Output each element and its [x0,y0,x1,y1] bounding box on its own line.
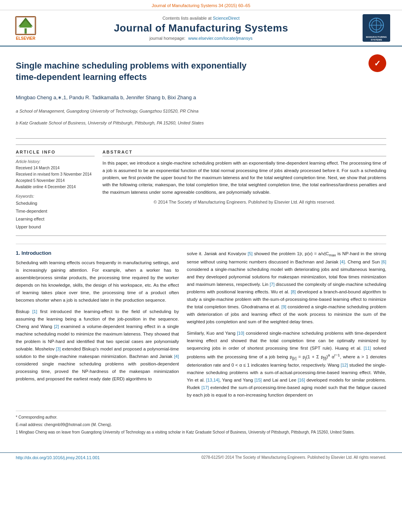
intro-para1: Scheduling with learning effects occurs … [16,259,179,304]
bottom-bar: http://dx.doi.org/10.1016/j.jmsy.2014.11… [0,452,402,462]
journal-badge-icon: MANUFACTURING SYSTEMS [363,14,390,42]
main-content: 1. Introduction Scheduling with learning… [16,244,386,402]
doi-link[interactable]: http://dx.doi.org/10.1016/j.jmsy.2014.11… [16,455,100,460]
journal-header: ELSEVIER Contents lists available at Sci… [0,10,402,46]
journal-ref: Journal of Manufacturing Systems 34 (201… [152,3,250,8]
left-column: 1. Introduction Scheduling with learning… [16,250,179,402]
footnote-1: 1 Mingbao Cheng was on leave from Guangd… [16,429,386,435]
homepage-line: journal homepage: www.elsevier.com/locat… [43,36,359,41]
footnote-email: E-mail address: chengmb99@hotmail.com (M… [16,422,386,428]
intro-para3: solve it. Janiak and Kovalyov [5] showed… [187,250,386,326]
journal-badge-area: MANUFACTURING SYSTEMS [359,14,394,42]
abstract-section: ABSTRACT In this paper, we introduce a s… [102,150,386,231]
article-title: Single machine scheduling problems with … [16,54,255,132]
elsevier-wordmark: ELSEVIER [16,36,35,41]
footnote-corresponding: * Corresponding author. [16,414,386,420]
title-section: Single machine scheduling problems with … [16,54,386,139]
crossmark-badge: ✓ [368,54,386,72]
abstract-title: ABSTRACT [102,150,386,156]
info-abstract-grid: ARTICLE INFO Article history: Received 1… [16,145,386,231]
intro-para2: Biskup [1] first introduced the learning… [16,308,179,383]
homepage-link[interactable]: www.elsevier.com/locate/jmansys [188,36,252,41]
elsevier-tree-icon [14,16,37,35]
abstract-copyright: © 2014 The Society of Manufacturing Engi… [102,200,386,204]
keywords-label: Keywords: [16,194,95,198]
received-revised-date: Received in revised form 3 November 2014 [16,171,95,178]
article-info: ARTICLE INFO Article history: Received 1… [16,150,95,231]
top-bar: Journal of Manufacturing Systems 34 (201… [0,0,402,10]
right-column: solve it. Janiak and Kovalyov [5] showed… [187,250,386,402]
affiliation-a: a School of Management, Guangdong Univer… [16,109,255,113]
keyword-scheduling: Scheduling [16,200,95,208]
article-info-heading: ARTICLE INFO [16,150,95,156]
accepted-date: Accepted 5 November 2014 [16,178,95,184]
svg-rect-0 [24,28,26,33]
contents-line: Contents lists available at ScienceDirec… [43,16,359,20]
intro-para4: Similarly, Kuo and Yang [10] considered … [187,330,386,399]
footnote-section: * Corresponding author. E-mail address: … [16,411,386,435]
header-center: Contents lists available at ScienceDirec… [43,16,359,41]
keyword-time-dependent: Time-dependent [16,208,95,215]
keyword-upper-bound: Upper bound [16,223,95,231]
received-date: Received 14 March 2014 [16,165,95,171]
keyword-learning-effect: Learning effect [16,215,95,223]
available-date: Available online 4 December 2014 [16,184,95,190]
section-divider [16,235,386,236]
svg-text:SYSTEMS: SYSTEMS [371,39,382,41]
authors-line: Mingbao Cheng a,∗,1, Pandu R. Tadikamall… [16,89,255,100]
elsevier-logo-area: ELSEVIER [8,14,43,42]
sciencedirect-link[interactable]: ScienceDirect [213,16,240,20]
journal-title: Journal of Manufacturing Systems [43,22,359,34]
article-container: Single machine scheduling problems with … [0,46,402,445]
journal-badge: MANUFACTURING SYSTEMS [363,14,390,42]
svg-text:MANUFACTURING: MANUFACTURING [366,36,387,38]
copyright-bottom: 0278-6125/© 2014 The Society of Manufact… [201,455,386,460]
affiliation-b: b Katz Graduate School of Business, Univ… [16,120,255,125]
keywords-section: Keywords: Scheduling Time-dependent Lear… [16,194,95,231]
intro-heading: 1. Introduction [16,250,179,256]
abstract-text: In this paper, we introduce a single-mac… [102,159,386,196]
article-history-label: Article history: [16,159,95,164]
article-history-block: Article history: Received 14 March 2014 … [16,159,95,190]
